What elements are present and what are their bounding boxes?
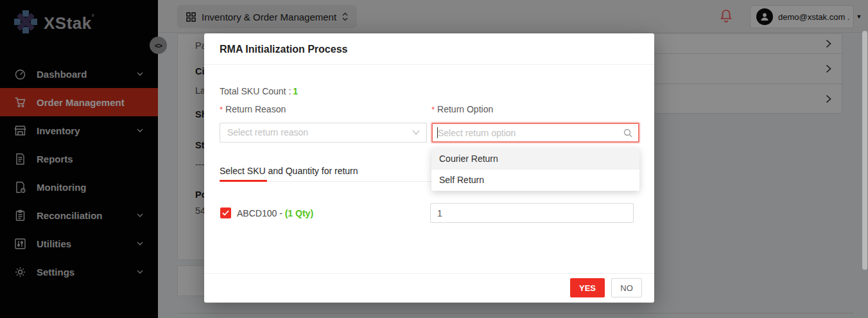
sku-checkbox[interactable] <box>220 208 231 218</box>
no-button[interactable]: NO <box>611 278 642 297</box>
app-root: XStak° Dashboard Order Management <box>0 0 868 318</box>
sku-item-label: ABCD100 - (1 Qty) <box>237 208 313 218</box>
total-sku-label: Total SKU Count : <box>220 86 291 96</box>
tab-select-sku[interactable]: Select SKU and Quantity for return <box>220 166 358 176</box>
modal-footer: YES NO <box>204 273 654 303</box>
modal-title: RMA Initialization Process <box>220 33 347 65</box>
rma-modal: RMA Initialization Process Total SKU Cou… <box>204 33 654 303</box>
total-sku-value: 1 <box>293 86 298 96</box>
return-option-dropdown: Courier Return Self Return <box>431 148 639 191</box>
dropdown-option-self-return[interactable]: Self Return <box>431 170 639 191</box>
scrollbar-thumb[interactable] <box>862 31 867 270</box>
select-chevron-down-icon <box>412 129 420 136</box>
sku-quantity-input[interactable] <box>430 203 634 223</box>
yes-button[interactable]: YES <box>570 278 605 297</box>
modal-header: RMA Initialization Process <box>204 33 654 65</box>
total-sku-count: Total SKU Count :1 <box>220 86 298 96</box>
required-asterisk: * <box>431 105 435 114</box>
sku-qty-label: (1 Qty) <box>285 208 313 218</box>
tab-active-indicator <box>220 180 267 182</box>
return-option-combobox[interactable] <box>431 123 639 143</box>
return-reason-select[interactable]: Select return reason <box>220 123 427 143</box>
return-reason-label: *Return Reason <box>220 104 286 114</box>
return-option-input[interactable] <box>438 125 618 141</box>
required-asterisk: * <box>220 105 223 114</box>
return-reason-placeholder: Select return reason <box>227 123 308 142</box>
dropdown-option-courier-return[interactable]: Courier Return <box>431 148 639 170</box>
search-icon <box>623 128 632 137</box>
return-option-label: *Return Option <box>431 104 493 114</box>
check-icon <box>222 210 229 216</box>
